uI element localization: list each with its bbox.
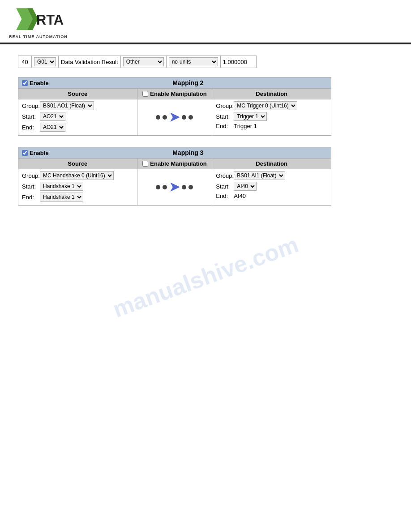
mapping-3-data-row: Group: MC Handshake 0 (Uint16) Start: Ha… [18,169,331,206]
dest-group-row: Group: MC Trigger 0 (Uint16) [216,101,327,110]
dot-4 [188,115,193,120]
destination-header-3: Destination [212,159,331,169]
dest3-start-row: Start: AI40 [216,182,327,191]
dot-1 [156,115,160,120]
source-start-label: Start: [22,113,40,120]
source3-end-label: End: [22,194,40,201]
mapping-2-enable-label: Enable [30,80,49,86]
mapping-3-enable-container[interactable]: Enable [22,150,49,156]
dest3-group-label: Group: [216,172,234,179]
dest3-start-label: Start: [216,183,234,190]
mapping-2-arrow-cell: ➤ [137,99,212,136]
dest3-end-value: AI40 [234,193,246,199]
dest-group-label: Group: [216,103,234,109]
source-group-select[interactable]: BS01 AO1 (Float) [40,101,94,110]
group-select[interactable]: G01 G02 [34,57,56,66]
source-header-3: Source [18,159,137,169]
dot3-4 [188,185,193,189]
row-40-table: 40 G01 G02 Data Validation Result Other … [18,56,257,68]
arrow-icon: ➤ [169,111,180,124]
enable-manipulation-header[interactable]: Enable Manipulation [137,89,212,99]
dest3-end-row: End: AI40 [216,193,327,199]
mapping-3-section: Enable Mapping 3 Source Enable Manipulat… [18,147,393,206]
dest3-start-select[interactable]: AI40 [234,182,257,191]
group-cell[interactable]: G01 G02 [32,56,59,68]
source3-end-row: End: Handshake 1 [22,193,133,202]
source3-group-select[interactable]: MC Handshake 0 (Uint16) [40,171,114,180]
rta-logo: RTA [9,4,67,34]
mapping-2-manipulation-checkbox[interactable] [142,91,148,97]
manipulation-label: Enable Manipulation [150,90,206,97]
source-end-select[interactable]: AO21 [40,123,65,132]
mapping-2-dest-cell: Group: MC Trigger 0 (Uint16) Start: Trig… [212,99,331,136]
label-cell: Data Validation Result [59,56,121,68]
arrow-dots-3: ➤ [141,181,209,193]
dest-end-label: End: [216,123,234,129]
source3-start-row: Start: Handshake 1 [22,182,133,191]
mapping-2-header-row: Enable Mapping 2 [18,77,331,89]
dest-start-label: Start: [216,113,234,120]
mapping-3-enable-label: Enable [30,150,49,156]
enable-manipulation-header-3[interactable]: Enable Manipulation [137,159,212,169]
mapping-3-header-row: Enable Mapping 3 [18,147,331,159]
mapping-2-table: Enable Mapping 2 Source Enable Manipulat… [18,77,331,136]
logo-tagline: REAL TIME AUTOMATION [9,34,68,39]
mapping-2-enable-checkbox[interactable] [22,80,28,86]
source3-group-row: Group: MC Handshake 0 (Uint16) [22,171,133,180]
type-cell[interactable]: Other Engineering Raw [120,56,166,68]
units-select[interactable]: no-units units [169,57,218,66]
source-group-row: Group: BS01 AO1 (Float) [22,101,133,110]
source3-start-label: Start: [22,183,40,190]
mapping-2-subheader: Source Enable Manipulation Destination [18,89,331,99]
source-end-label: End: [22,124,40,131]
main-content: 40 G01 G02 Data Validation Result Other … [0,44,411,223]
dot3-3 [182,185,186,189]
mapping-2-title: Mapping 2 [49,79,327,86]
mapping-3-source-cell: Group: MC Handshake 0 (Uint16) Start: Ha… [18,169,137,206]
mapping-2-enable-container[interactable]: Enable [22,80,49,86]
mapping-3-table: Enable Mapping 3 Source Enable Manipulat… [18,147,331,206]
mapping-2-section: Enable Mapping 2 Source Enable Manipulat… [18,77,393,136]
dest-end-value: Trigger 1 [234,123,257,129]
dest-start-select[interactable]: Trigger 1 [234,112,267,121]
mapping-3-manipulation-checkbox[interactable] [142,161,148,167]
mapping-2-source-cell: Group: BS01 AO1 (Float) Start: AO21 End: [18,99,137,136]
dest-group-select[interactable]: MC Trigger 0 (Uint16) [234,101,297,110]
source-start-row: Start: AO21 [22,112,133,121]
arrow-icon-3: ➤ [169,181,180,193]
dot-3 [182,115,186,120]
dest-start-row: Start: Trigger 1 [216,112,327,121]
dest3-group-select[interactable]: BS01 AI1 (Float) [234,171,285,180]
dot-2 [163,115,167,120]
source3-group-label: Group: [22,172,40,179]
dot3-2 [163,185,167,189]
mapping-3-dest-cell: Group: BS01 AI1 (Float) Start: AI40 End: [212,169,331,206]
data-validation-label: Data Validation Result [61,59,118,65]
dest-end-row: End: Trigger 1 [216,123,327,129]
destination-header: Destination [212,89,331,99]
mapping-3-title: Mapping 3 [49,149,327,156]
page-header: RTA REAL TIME AUTOMATION [0,0,411,44]
source3-end-select[interactable]: Handshake 1 [40,193,83,202]
manipulation-label-3: Enable Manipulation [150,160,206,167]
logo-container: RTA REAL TIME AUTOMATION [9,4,68,39]
source-end-row: End: AO21 [22,123,133,132]
units-cell[interactable]: no-units units [166,56,220,68]
row-40-container: 40 G01 G02 Data Validation Result Other … [18,56,393,68]
arrow-dots: ➤ [141,111,209,124]
svg-text:RTA: RTA [36,12,64,28]
row-number: 40 [18,56,32,68]
type-select[interactable]: Other Engineering Raw [123,57,164,66]
source-start-select[interactable]: AO21 [40,112,65,121]
dest3-end-label: End: [216,193,234,199]
dot3-1 [156,185,160,189]
source-header: Source [18,89,137,99]
mapping-3-enable-checkbox[interactable] [22,150,28,156]
row-value: 1.000000 [223,59,247,65]
mapping-2-data-row: Group: BS01 AO1 (Float) Start: AO21 End: [18,99,331,136]
value-cell: 1.000000 [220,56,256,68]
dest3-group-row: Group: BS01 AI1 (Float) [216,171,327,180]
source-group-label: Group: [22,103,40,109]
mapping-3-subheader: Source Enable Manipulation Destination [18,159,331,169]
source3-start-select[interactable]: Handshake 1 [40,182,83,191]
